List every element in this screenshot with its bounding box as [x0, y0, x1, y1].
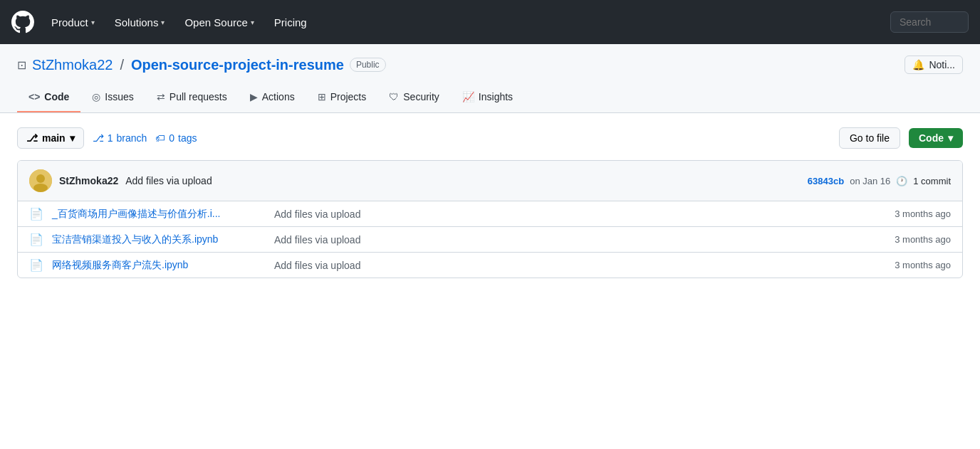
commit-author[interactable]: StZhmoka22 [59, 175, 118, 186]
file-commit-msg: Add files via upload [274, 208, 886, 220]
file-row: 📄 宝洁营销渠道投入与收入的关系.ipynb Add files via upl… [18, 227, 962, 253]
search-input[interactable] [890, 11, 969, 33]
tab-insights[interactable]: 📈 Insights [451, 83, 524, 112]
file-icon: 📄 [29, 258, 43, 272]
branch-icon: ⎇ [26, 132, 38, 144]
commit-hash-link[interactable]: 63843cb [808, 176, 844, 186]
tab-issues[interactable]: ◎ Issues [80, 83, 145, 112]
history-icon: 🕐 [896, 176, 907, 186]
tab-pull-requests[interactable]: ⇄ Pull requests [145, 83, 239, 112]
actions-icon: ▶ [250, 91, 258, 102]
tab-projects[interactable]: ⊞ Projects [306, 83, 378, 112]
file-name-link[interactable]: 网络视频服务商客户流失.ipynb [52, 259, 266, 272]
branch-count-icon: ⎇ [93, 132, 104, 144]
repo-tabs: <> Code ◎ Issues ⇄ Pull requests ▶ Actio… [17, 83, 963, 112]
issues-icon: ◎ [92, 91, 100, 102]
repo-name-link[interactable]: Open-source-project-in-resume [131, 57, 344, 73]
file-icon: 📄 [29, 207, 43, 221]
file-time: 3 months ago [895, 208, 951, 219]
file-commit-msg: Add files via upload [274, 234, 886, 245]
svg-point-2 [33, 184, 48, 192]
main-content: ⎇ main ▾ ⎇ 1 branch 🏷 0 tags Go to file … [0, 113, 980, 292]
repo-title-row: ⊡ StZhmoka22 / Open-source-project-in-re… [17, 56, 963, 74]
branch-selector[interactable]: ⎇ main ▾ [17, 127, 84, 149]
code-button[interactable]: Code ▾ [909, 128, 963, 148]
commit-meta: 63843cb on Jan 16 🕐 1 commit [808, 176, 951, 186]
chevron-down-icon: ▾ [948, 132, 953, 144]
security-icon: 🛡 [389, 91, 399, 102]
tab-code[interactable]: <> Code [17, 83, 80, 112]
notifications-button[interactable]: 🔔 Noti... [905, 56, 963, 74]
file-time: 3 months ago [895, 260, 951, 270]
nav-pricing[interactable]: Pricing [271, 11, 310, 34]
chevron-down-icon: ▾ [251, 19, 254, 26]
github-logo-icon[interactable] [11, 11, 34, 33]
file-icon: 📄 [29, 233, 43, 246]
chevron-down-icon: ▾ [161, 19, 165, 26]
nav-product[interactable]: Product ▾ [48, 11, 98, 34]
tags-count-link[interactable]: 🏷 0 tags [155, 132, 197, 144]
file-name-link[interactable]: 宝洁营销渠道投入与收入的关系.ipynb [52, 233, 266, 246]
nav-opensource[interactable]: Open Source ▾ [182, 11, 256, 34]
tab-security[interactable]: 🛡 Security [377, 83, 451, 112]
bell-icon: 🔔 [912, 59, 924, 70]
branch-count-link[interactable]: ⎇ 1 branch [93, 132, 147, 144]
tag-icon: 🏷 [155, 132, 165, 144]
tab-actions[interactable]: ▶ Actions [239, 83, 306, 112]
avatar [29, 169, 52, 192]
chevron-down-icon: ▾ [70, 132, 75, 144]
commit-message: Add files via upload [125, 175, 212, 186]
file-commit-msg: Add files via upload [274, 260, 886, 271]
repo-header: ⊡ StZhmoka22 / Open-source-project-in-re… [0, 44, 980, 113]
file-row: 📄 _百货商场用户画像描述与价值分析.i... Add files via up… [18, 201, 962, 227]
file-time: 3 months ago [895, 234, 951, 245]
repo-owner-link[interactable]: StZhmoka22 [32, 57, 113, 73]
chevron-down-icon: ▾ [91, 19, 95, 26]
go-to-file-button[interactable]: Go to file [839, 127, 900, 149]
code-icon: <> [28, 91, 40, 102]
nav-solutions[interactable]: Solutions ▾ [112, 11, 168, 34]
commit-count-link[interactable]: 1 commit [913, 176, 951, 186]
commit-date: on Jan 16 [850, 176, 890, 186]
file-name-link[interactable]: _百货商场用户画像描述与价值分析.i... [52, 208, 266, 221]
file-table: StZhmoka22 Add files via upload 63843cb … [17, 160, 963, 278]
svg-point-1 [36, 174, 45, 183]
visibility-badge: Public [350, 58, 386, 72]
repo-icon: ⊡ [17, 58, 26, 72]
branch-bar: ⎇ main ▾ ⎇ 1 branch 🏷 0 tags Go to file … [17, 127, 963, 149]
projects-icon: ⊞ [318, 91, 326, 102]
navbar: Product ▾ Solutions ▾ Open Source ▾ Pric… [0, 0, 980, 44]
insights-icon: 📈 [462, 91, 474, 102]
latest-commit-row: StZhmoka22 Add files via upload 63843cb … [18, 161, 962, 201]
repo-separator: / [120, 57, 124, 73]
pr-icon: ⇄ [157, 91, 165, 102]
file-row: 📄 网络视频服务商客户流失.ipynb Add files via upload… [18, 253, 962, 278]
